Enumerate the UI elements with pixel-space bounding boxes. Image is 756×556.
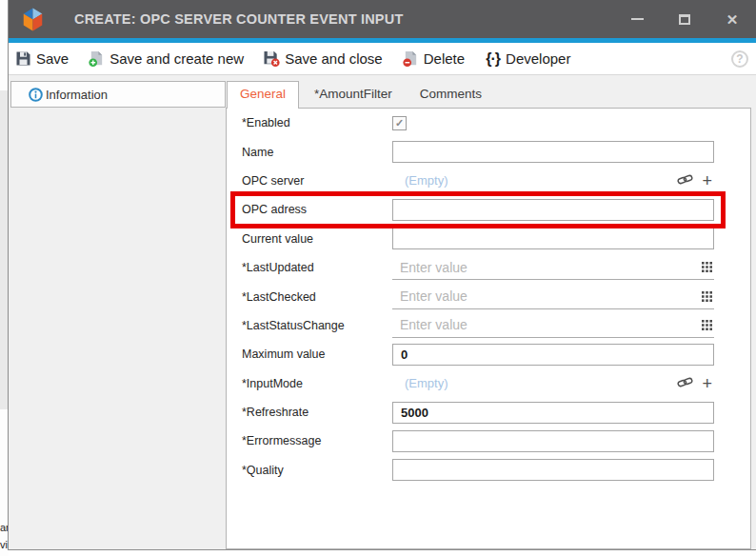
field-label: Maximum value [242, 348, 392, 361]
toolbar-button-label: Save and create new [109, 50, 244, 67]
field-label: *LastStatusChange [242, 319, 392, 332]
link-icon[interactable] [677, 375, 693, 392]
field-control: Enter value [392, 285, 714, 309]
field-control [392, 199, 714, 221]
tab-comments[interactable]: Comments [408, 81, 494, 109]
dialog-window: CREATE: OPC SERVER COUNTER EVENT INPUT ✕… [8, 0, 756, 550]
form-row--lastchecked: *LastCheckedEnter value [227, 282, 750, 310]
form-row-name: Name [227, 137, 750, 166]
text-input[interactable] [392, 141, 714, 163]
grid-icon[interactable] [702, 291, 712, 302]
form-row--errormessage: *Errormessage [227, 427, 750, 455]
toolbar-button-save-and-close[interactable]: Save and close [264, 50, 383, 67]
input-value: 5000 [401, 406, 428, 420]
info-icon [29, 88, 43, 102]
field-control: 0 [392, 344, 714, 366]
field-control [392, 228, 714, 249]
link-icon[interactable] [677, 172, 693, 189]
minimize-icon [631, 18, 644, 20]
field-control [392, 459, 714, 481]
field-control: (Empty)+ [392, 372, 714, 394]
form-row--enabled: *Enabled✓ [227, 109, 750, 137]
input-value: 0 [401, 348, 408, 362]
maximize-button[interactable] [674, 9, 695, 30]
form-row-opc-server: OPC server(Empty)+ [227, 167, 750, 195]
toolbar-button-save[interactable]: Save [15, 50, 69, 67]
form-row--laststatuschange: *LastStatusChangeEnter value [227, 311, 750, 340]
form-panel: *Enabled✓NameOPC server(Empty)+OPC adres… [226, 108, 751, 549]
tab-amountfilter[interactable]: *AmountFilter [302, 81, 405, 109]
field-control [392, 430, 714, 452]
maximize-icon [679, 14, 690, 25]
field-label: OPC adress [242, 203, 392, 216]
checkbox[interactable]: ✓ [392, 116, 407, 130]
form-row-maximum-value: Maximum value0 [227, 340, 750, 368]
form-row--refreshrate: *Refreshrate5000 [227, 398, 750, 427]
sidebar-item-label: Information [46, 88, 108, 102]
close-icon: ✕ [726, 12, 739, 27]
input-placeholder: Enter value [400, 260, 468, 275]
text-input[interactable] [392, 228, 714, 249]
form-row-opc-adress: OPC adress [227, 195, 750, 224]
save-create-new-icon [89, 50, 105, 67]
grid-icon[interactable] [702, 320, 712, 330]
field-label: *InputMode [242, 377, 392, 390]
add-icon[interactable]: + [702, 172, 712, 189]
lookup-value[interactable]: (Empty) [392, 173, 448, 188]
titlebar: CREATE: OPC SERVER COUNTER EVENT INPUT ✕ [9, 0, 756, 38]
field-label: *Errormessage [242, 434, 392, 447]
window-title: CREATE: OPC SERVER COUNTER EVENT INPUT [74, 11, 403, 27]
help-icon[interactable]: ? [731, 50, 748, 68]
toolbar-button-save-and-create-new[interactable]: Save and create new [89, 50, 244, 67]
text-input[interactable]: 5000 [392, 402, 714, 424]
text-input[interactable] [392, 430, 714, 452]
form-row-current-value: Current value [227, 225, 750, 253]
field-label: *LastChecked [242, 290, 392, 304]
checkmark-icon: ✓ [395, 118, 404, 129]
field-label: *LastUpdated [242, 261, 392, 274]
input-placeholder: Enter value [400, 317, 468, 332]
toolbar-button-label: Save and close [285, 50, 383, 67]
toolbar: SaveSave and create newSave and closeDel… [9, 43, 756, 75]
text-input[interactable] [392, 459, 714, 481]
toolbar-button-delete[interactable]: Delete [403, 50, 465, 67]
field-control: (Empty)+ [392, 169, 714, 191]
save-close-icon [264, 50, 280, 67]
lookup-icons: + [677, 172, 714, 189]
lookup-field: (Empty)+ [392, 372, 714, 394]
field-control: 5000 [392, 402, 714, 424]
field-control: ✓ [392, 116, 714, 130]
date-input[interactable]: Enter value [392, 255, 714, 280]
tab-general[interactable]: General [227, 81, 299, 109]
tab-bar: General*AmountFilterComments [227, 81, 494, 109]
developer-icon: {·} [485, 50, 501, 67]
lookup-icons: + [677, 375, 714, 392]
lookup-field: (Empty)+ [392, 169, 714, 191]
window-controls: ✕ [600, 9, 743, 30]
field-label: *Refreshrate [242, 406, 392, 419]
sidebar-item-information[interactable]: Information [10, 81, 226, 108]
field-control: Enter value [392, 313, 714, 338]
text-input[interactable]: 0 [392, 344, 714, 366]
minimize-button[interactable] [627, 9, 647, 30]
field-control [392, 141, 714, 163]
form-row--lastupdated: *LastUpdatedEnter value [227, 253, 750, 282]
close-button[interactable]: ✕ [722, 9, 743, 30]
form-row--inputmode: *InputMode(Empty)+ [227, 369, 750, 398]
date-input[interactable]: Enter value [392, 285, 714, 309]
app-logo-icon [20, 6, 46, 33]
input-placeholder: Enter value [400, 288, 468, 304]
grid-icon[interactable] [702, 262, 712, 272]
dialog-body: Information General*AmountFilterComments… [9, 75, 756, 549]
delete-icon [403, 50, 419, 67]
lookup-value[interactable]: (Empty) [392, 376, 448, 390]
field-label: Current value [242, 232, 392, 246]
text-input[interactable] [392, 199, 714, 221]
toolbar-button-developer[interactable]: {·}Developer [485, 50, 570, 67]
date-input[interactable]: Enter value [392, 313, 714, 338]
field-label: OPC server [242, 174, 392, 188]
toolbar-button-label: Developer [506, 50, 570, 67]
developer-glyph: {·} [486, 50, 500, 68]
field-label: *Quality [242, 464, 392, 477]
add-icon[interactable]: + [702, 375, 712, 392]
